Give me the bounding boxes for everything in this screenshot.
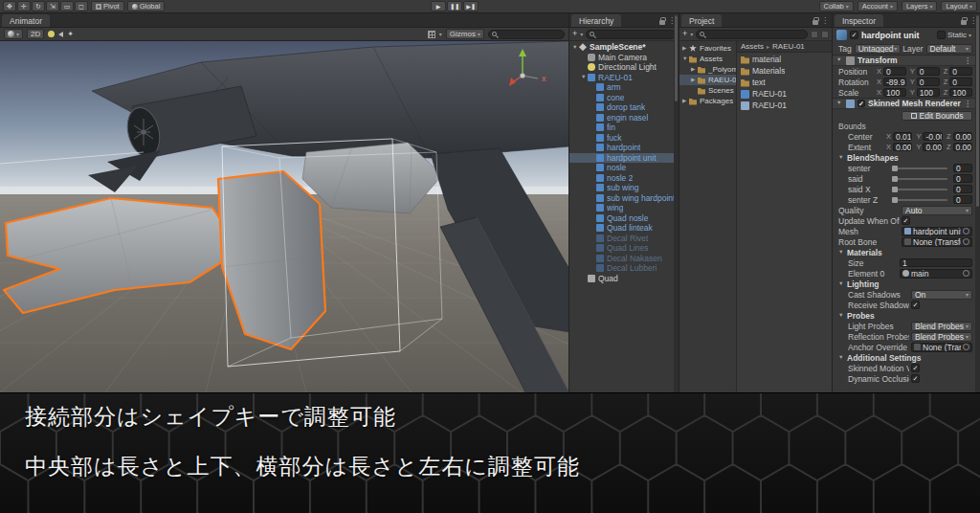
root-bone-object-field[interactable]: None (Transform)	[902, 237, 972, 247]
component-menu-icon[interactable]	[964, 100, 971, 108]
scale-tool[interactable]: ⇲	[46, 1, 59, 11]
global-toggle[interactable]: Global	[127, 1, 166, 11]
hierarchy-item[interactable]: nosle	[569, 163, 679, 173]
object-picker-icon[interactable]	[963, 270, 969, 277]
hierarchy-item[interactable]: fin	[569, 123, 679, 133]
panel-menu-icon[interactable]	[821, 16, 829, 25]
hierarchy-item[interactable]: dorop tank	[569, 102, 679, 113]
hierarchy-item[interactable]: Decal Rivet	[569, 234, 679, 244]
blendshape-value-field[interactable]: 0	[953, 195, 972, 204]
project-folder[interactable]: ▶ _PoiyomiSh	[679, 64, 736, 75]
create-object-button[interactable]: +	[572, 30, 577, 38]
asset-item[interactable]: RAEU-01	[737, 100, 832, 111]
transform-component-header[interactable]: Transform	[833, 55, 975, 66]
extent-y-field[interactable]: 0.0036	[923, 143, 942, 151]
lock-icon[interactable]	[961, 20, 967, 25]
transform-tool[interactable]: ◻	[75, 1, 88, 11]
cast-shadows-dropdown[interactable]: On	[911, 290, 972, 300]
blendshape-slider[interactable]	[892, 178, 947, 180]
light-probes-dropdown[interactable]: Blend Probes	[911, 322, 972, 331]
hierarchy-item[interactable]: sub wing hardpoint	[569, 193, 679, 204]
anchor-override-field[interactable]: None (Transform)	[911, 343, 972, 352]
materials-foldout[interactable]: Materials	[833, 247, 975, 257]
foldout-arrow[interactable]: ▼	[682, 56, 689, 62]
breadcrumb-folder[interactable]: RAEU-01	[772, 42, 805, 51]
hierarchy-item[interactable]: Quad	[569, 274, 679, 284]
mesh-object-field[interactable]: hardpoint unit	[902, 227, 972, 236]
z-field[interactable]: 100	[949, 88, 972, 97]
account-dropdown[interactable]: Account	[858, 1, 898, 11]
hierarchy-item[interactable]: arm	[569, 82, 679, 93]
slider-thumb[interactable]	[892, 176, 898, 182]
object-picker-icon[interactable]	[963, 238, 969, 245]
scene-search-input[interactable]	[488, 30, 565, 39]
blendshape-slider[interactable]	[892, 189, 947, 190]
z-field[interactable]: 0	[949, 67, 972, 76]
component-menu-icon[interactable]	[964, 56, 971, 65]
hierarchy-item[interactable]: Directional Light	[569, 62, 679, 73]
lock-icon[interactable]	[813, 20, 818, 25]
search-by-label-icon[interactable]	[821, 31, 829, 38]
scene-audio-toggle-icon[interactable]	[58, 32, 63, 37]
layout-dropdown[interactable]: Layout	[941, 1, 977, 11]
material-object-field[interactable]: main	[900, 269, 972, 279]
foldout-arrow[interactable]: ▼	[581, 75, 588, 80]
hierarchy-item[interactable]: wing	[569, 203, 679, 213]
quality-dropdown[interactable]: Auto	[902, 206, 972, 215]
grid-visibility-icon[interactable]	[428, 31, 435, 38]
foldout-arrow-icon[interactable]	[836, 57, 843, 63]
tab-hierarchy[interactable]: Hierarchy	[571, 14, 621, 27]
hierarchy-item[interactable]: nosle 2	[569, 173, 679, 184]
probes-foldout[interactable]: Probes	[833, 310, 975, 321]
center-y-field[interactable]: -0.001	[923, 132, 942, 141]
tag-dropdown[interactable]: Untagged	[855, 44, 902, 54]
scrollbar-thumb[interactable]	[675, 15, 678, 101]
asset-item[interactable]: text	[737, 77, 832, 88]
center-x-field[interactable]: 0.01	[893, 132, 912, 141]
static-toggle[interactable]: Static	[937, 31, 971, 39]
project-folder[interactable]: ▶ Favorites	[679, 43, 736, 54]
inspector-scrollbar[interactable]	[975, 13, 980, 392]
step-button[interactable]: ▶❚	[463, 1, 479, 11]
collab-dropdown[interactable]: Collab	[819, 1, 854, 11]
2d-toggle[interactable]: 2D	[27, 29, 44, 39]
reflection-probes-dropdown[interactable]: Blend Probes	[911, 332, 972, 342]
blendshape-slider[interactable]	[892, 167, 947, 169]
tab-animator[interactable]: Animator	[2, 14, 50, 27]
project-folder[interactable]: ▶ Packages	[679, 96, 736, 106]
foldout-arrow-icon[interactable]	[836, 100, 843, 106]
rotate-tool[interactable]: ↻	[32, 1, 45, 11]
hierarchy-item[interactable]: engin nasel	[569, 113, 679, 123]
hierarchy-item[interactable]: Quad nosle	[569, 213, 679, 224]
foldout-arrow[interactable]: ▶	[691, 67, 698, 73]
additional-settings-foldout[interactable]: Additional Settings	[833, 352, 975, 363]
slider-thumb[interactable]	[892, 166, 898, 171]
asset-item[interactable]: material	[737, 54, 832, 65]
dynamic-occlusion-checkbox[interactable]	[911, 374, 920, 383]
static-checkbox[interactable]	[937, 31, 946, 39]
hierarchy-item[interactable]: cone	[569, 93, 679, 103]
skinned-mesh-renderer-header[interactable]: Skinned Mesh Renderer	[833, 98, 975, 109]
blendshape-value-field[interactable]: 0	[953, 185, 972, 193]
asset-item[interactable]: Materials	[737, 65, 832, 77]
hierarchy-item[interactable]: hardpoint	[569, 143, 679, 153]
component-enabled-checkbox[interactable]	[858, 100, 865, 107]
blendshape-value-field[interactable]: 0	[953, 164, 972, 172]
layers-dropdown[interactable]: Layers	[902, 1, 938, 11]
scene-viewport[interactable]: x	[0, 41, 568, 392]
blendshapes-foldout[interactable]: BlendShapes	[833, 152, 975, 163]
y-field[interactable]: 100	[917, 88, 940, 97]
hierarchy-item[interactable]: Quad linteak	[569, 223, 679, 234]
foldout-arrow[interactable]: ▶	[682, 99, 689, 104]
tab-inspector[interactable]: Inspector	[835, 14, 883, 27]
receive-shadows-checkbox[interactable]	[911, 301, 920, 309]
y-field[interactable]: 0	[917, 67, 940, 76]
active-checkbox[interactable]	[850, 31, 858, 39]
skinned-motion-vectors-checkbox[interactable]	[911, 364, 920, 372]
gizmos-dropdown[interactable]: Gizmos	[446, 29, 484, 39]
hierarchy-scrollbar[interactable]	[674, 13, 679, 392]
project-search-input[interactable]	[696, 30, 808, 39]
extent-z-field[interactable]: 0.0015	[953, 143, 972, 151]
create-asset-button[interactable]: +	[682, 30, 687, 38]
tab-project[interactable]: Project	[681, 14, 722, 27]
